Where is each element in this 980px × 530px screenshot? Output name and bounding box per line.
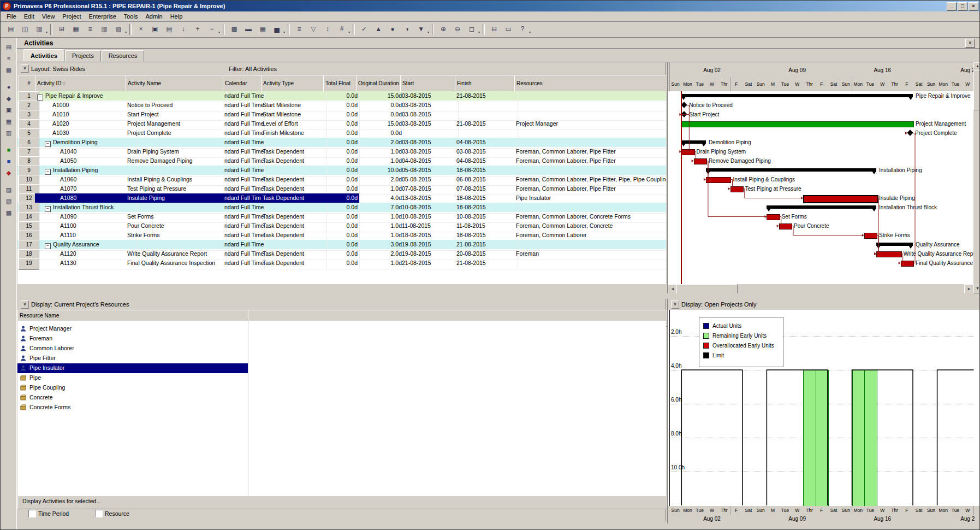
filter-icon[interactable]: ▽ (307, 23, 320, 36)
resource-row-concrete[interactable]: Concrete (17, 393, 666, 403)
columns-icon[interactable]: ▥ (98, 23, 111, 36)
portfolios-icon[interactable]: ■ (3, 156, 15, 167)
cell-start[interactable]: 21-08-2015 (400, 258, 459, 269)
activity-row-15[interactable]: 15A1100Pour Concretendard Full TimeTask … (17, 221, 666, 231)
activity-row-9[interactable]: 9−Installation Pipingndard Full Time0.0d… (17, 166, 666, 175)
resource-row-pipe[interactable]: Pipe (17, 373, 666, 383)
group-icon[interactable]: ≡ (293, 23, 306, 36)
resource-row-pipe-coupling[interactable]: Pipe Coupling (17, 383, 666, 393)
activity-row-5[interactable]: 5A1030Project Completendard Full TimeFin… (17, 128, 666, 138)
tab-resources[interactable]: Resources (102, 50, 145, 62)
activity-row-4[interactable]: 4A1020Project Managementndard Full TimeL… (17, 119, 666, 128)
minimize-button[interactable]: _ (947, 2, 957, 11)
summarize-icon[interactable]: ▼ (414, 23, 427, 36)
delete-icon[interactable]: − (205, 23, 218, 36)
menu-item-help[interactable]: Help (167, 12, 187, 21)
checkbox-resource[interactable] (95, 510, 103, 517)
activity-row-17[interactable]: 17−Quality Assurancendard Full Time0.0d3… (17, 240, 666, 249)
split-horizontal-icon[interactable]: ⊟ (488, 23, 501, 36)
activity-row-18[interactable]: 18A1120Write Quality Assurance Reportnda… (17, 249, 666, 258)
menu-item-edit[interactable]: Edit (20, 12, 38, 21)
dropdown-arrow-icon[interactable]: ▾ (125, 30, 127, 34)
export-icon[interactable]: ▥ (33, 23, 46, 36)
layout-icon[interactable]: ▦ (69, 23, 82, 36)
collapse-icon[interactable]: − (45, 141, 51, 147)
menu-item-enterprise[interactable]: Enterprise (85, 12, 120, 21)
expenses-icon[interactable]: ▨ (3, 185, 15, 196)
panel-close-icon[interactable]: × (965, 39, 975, 48)
resource-row-pipe-insulator[interactable]: Pipe Insulator (17, 363, 666, 373)
copy-icon[interactable]: ▣ (149, 23, 162, 36)
paste-icon[interactable]: ▤ (163, 23, 176, 36)
resources-display-bar[interactable]: ∨ Display: Current Project's Resources (17, 299, 666, 310)
thresholds-icon[interactable]: ▧ (3, 196, 15, 207)
menu-item-view[interactable]: View (38, 12, 59, 21)
roles-icon[interactable]: ◆ (3, 93, 15, 104)
menu-item-project[interactable]: Project (58, 12, 85, 21)
activity-row-16[interactable]: 16A1110Strike Formsndard Full TimeTask D… (17, 231, 666, 240)
menu-item-admin[interactable]: Admin (141, 12, 166, 21)
bars-icon[interactable]: ▨ (112, 23, 125, 36)
wbs-icon[interactable]: ≡ (3, 54, 15, 64)
activities-icon[interactable]: ▤ (3, 42, 15, 53)
activity-row-3[interactable]: 3A1010Start Projectndard Full TimeStart … (17, 110, 666, 119)
resource-row-project-manager[interactable]: Project Manager (17, 324, 666, 334)
resource-profile-icon[interactable]: ▅ (270, 23, 283, 36)
help-icon[interactable]: ? (516, 23, 529, 36)
projects-icon[interactable]: ▦ (3, 65, 15, 76)
zoom-in-icon[interactable]: ⊕ (437, 23, 450, 36)
activity-row-19[interactable]: 19A1130Final Quality Assurance Inspectio… (17, 258, 666, 268)
resource-row-foreman[interactable]: Foreman (17, 334, 666, 344)
cell-type[interactable]: Task Dependent (261, 258, 327, 269)
scrollbar-thumb[interactable] (973, 70, 980, 110)
group-sort-icon[interactable]: ≡ (84, 23, 97, 36)
activity-row-11[interactable]: 11A1070Test Piping at Pressurendard Full… (17, 184, 666, 193)
zoom-fit-icon[interactable]: ◻ (465, 23, 478, 36)
resources-icon[interactable]: ● (3, 82, 15, 93)
gantt-vertical-scrollbar[interactable]: ▲ ▼ (973, 62, 980, 293)
update-progress-icon[interactable]: ◑ (400, 23, 413, 36)
cell-dur[interactable]: 1.0d (356, 258, 404, 269)
activity-row-14[interactable]: 14A1090Set Formsndard Full TimeTask Depe… (17, 212, 666, 221)
menu-item-file[interactable]: File (3, 12, 20, 21)
cell-name[interactable]: Final Quality Assurance Inspection (126, 258, 227, 269)
cut-icon[interactable]: × (134, 23, 147, 36)
dropdown-arrow-icon[interactable]: ▾ (529, 30, 531, 34)
chevron-down-icon[interactable]: ∨ (671, 301, 679, 309)
fill-down-icon[interactable]: ↓ (177, 23, 190, 36)
chevron-down-icon[interactable]: ∨ (21, 301, 29, 309)
progress-spotlight-icon[interactable]: ● (386, 23, 399, 36)
activity-row-10[interactable]: 10A1060Install Piping & Couplingsndard F… (17, 175, 666, 184)
print-icon[interactable]: ▤ (4, 23, 17, 36)
scroll-down-icon[interactable]: ▼ (973, 285, 980, 293)
chevron-down-icon[interactable]: ∨ (21, 64, 29, 73)
dropdown-arrow-icon[interactable]: ▾ (46, 30, 47, 34)
dropdown-arrow-icon[interactable]: ▾ (478, 30, 480, 34)
collapse-icon[interactable]: − (37, 95, 43, 101)
scroll-right-icon[interactable]: ► (964, 284, 973, 293)
dropdown-arrow-icon[interactable]: ▾ (283, 30, 285, 34)
resource-row-concrete-forms[interactable]: Concrete Forms (17, 403, 666, 413)
activity-row-2[interactable]: 2A1000Notice to Proceedndard Full TimeSt… (17, 101, 666, 110)
pane-splitter[interactable] (17, 293, 980, 299)
level-resources-icon[interactable]: ▲ (372, 23, 385, 36)
collapse-icon[interactable]: − (45, 206, 51, 212)
font-icon[interactable]: # (335, 23, 348, 36)
gantt-chart-icon[interactable]: ▬ (242, 23, 255, 36)
calendars-icon[interactable]: ▦ (3, 116, 15, 127)
tracking-icon[interactable]: ■ (3, 145, 15, 156)
collapse-icon[interactable]: − (45, 169, 51, 175)
gantt-horizontal-scrollbar[interactable]: ◄ ► (668, 284, 973, 293)
close-button[interactable]: × (969, 2, 978, 11)
resource-row-pipe-fitter[interactable]: Pipe Fitter (17, 354, 666, 363)
sort-icon[interactable]: ↕ (321, 23, 334, 36)
resource-row-common-laborer[interactable]: Common Laborer (17, 344, 666, 354)
activity-network-icon[interactable]: ▩ (228, 23, 241, 36)
dropdown-arrow-icon[interactable]: ▾ (427, 30, 429, 34)
tab-activities[interactable]: Activities (23, 49, 64, 62)
reports-icon[interactable]: ▥ (3, 128, 15, 139)
details-icon[interactable]: ▭ (502, 23, 515, 36)
schedule-icon[interactable]: ✓ (358, 23, 371, 36)
print-preview-icon[interactable]: ◫ (19, 23, 32, 36)
layout-options-bar[interactable]: ∨ Layout: Swiss Rides Filter: All Activi… (17, 62, 666, 75)
